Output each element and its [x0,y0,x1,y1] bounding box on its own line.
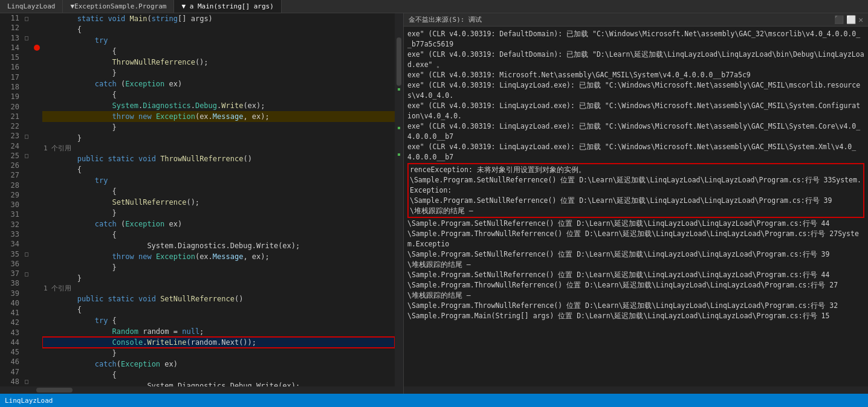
code-line: { [42,186,395,197]
code-line: } [42,68,395,79]
code-line: try [42,35,395,46]
code-line: System.Diagnostics.Debug.Write(ex); [42,380,395,386]
tab-bar: LinqLayzLoad ▼ExceptionSample.Program ▼ … [0,0,868,13]
scroll-thumb[interactable] [397,37,401,86]
code-line: System.Diagnostics.Debug.Write(ex); [42,240,395,251]
code-line: catch (Exception ex) [42,219,395,229]
output-btn2[interactable]: ⬜ [846,15,856,24]
code-line: catch(Exception ex) [42,359,395,370]
code-line: } [42,262,395,273]
output-line: \堆栈跟踪的结尾 — [407,260,864,270]
tab-main[interactable]: ▼ a Main(string[] args) [174,0,281,13]
output-header: 金不益出来源(S): 调试 ⬛ ⬜ ✕ [404,13,868,27]
code-line: { [42,46,395,57]
output-line: \Sample.Program.ThrowNullReferrence() 位置… [407,301,864,311]
output-line: exe" (CLR v4.0.30319: LinqLayzLoad.exe):… [407,101,864,121]
output-line: renceException: 未将对象引用设置到对象的实例。 [410,165,862,175]
output-line: \Sample.Program.ThrowNullReferrence() 位置… [407,229,864,249]
output-line: \Sample.Program.Main(String[] args) 位置 D… [407,311,864,321]
code-line: { [42,24,395,35]
error-output-box: renceException: 未将对象引用设置到对象的实例。\Sample.P… [407,163,864,218]
output-line: exe" (CLR v4.0.30319: Microsoft.Net\asse… [407,70,864,80]
tab-linqlayzload[interactable]: LinqLayzLoad [0,0,63,13]
code-line: public static void ThrowNullReferrence() [42,153,395,164]
code-line: } [42,133,395,144]
output-line: \堆栈跟踪的结尾 — [407,290,864,301]
output-line: exe" (CLR v4.0.30319: LinqLayzLoad.exe):… [407,80,864,101]
code-line: SetNullReferrence(); [42,197,395,208]
code-line: } [42,273,395,284]
code-line: System.Diagnostics.Debug.Write(ex); [42,100,395,111]
output-panel: 金不益出来源(S): 调试 ⬛ ⬜ ✕ exe" (CLR v4.0.30319… [404,13,868,394]
output-hscroll[interactable] [404,386,868,394]
code-content: static void Main(string[] args) { try { … [42,13,395,386]
output-line: \Sample.Program.SetNullReferrence() 位置 D… [407,249,864,260]
code-line: throw new Exception(ex.Message, ex); [42,251,395,262]
output-line: \Sample.Program.SetNullReferrence() 位置 D… [410,196,862,206]
code-line: { [42,304,395,315]
code-line: } [42,122,395,133]
code-line: catch (Exception ex) [42,79,395,89]
code-line: { [42,229,395,240]
output-line: exe" (CLR v4.0.30319: DefaultDomain): 已加… [407,50,864,70]
output-content[interactable]: exe" (CLR v4.0.30319: DefaultDomain): 已加… [404,27,868,386]
code-line: ThrowNullReferrence(); [42,57,395,68]
horizontal-scrollbar[interactable] [0,386,403,394]
code-line: throw new Exception(ex.Message, ex); [42,111,395,122]
ref-count-label: 1 个引用 [42,284,395,293]
output-btn1[interactable]: ⬛ [834,15,844,24]
code-line: } [42,208,395,219]
output-title: 金不益出来源(S): 调试 [409,15,482,24]
output-line: \堆栈跟踪的结尾 — [410,206,862,216]
code-editor: 11□1213□14151617181920212223□2425□262728… [0,13,404,394]
code-line: try { [42,315,395,326]
output-line: \Sample.Program.SetNullReferrence() 位置 D… [407,270,864,280]
vertical-scrollbar[interactable] [395,13,403,386]
code-line: { [42,370,395,380]
code-line: Console.WriteLine(random.Next()); [42,337,395,348]
status-text: LinqLayzLoad [5,397,53,405]
code-line: try [42,175,395,186]
output-btn3[interactable]: ✕ [858,15,863,24]
output-line: \Sample.Program.SetNullReferrence() 位置 D… [407,219,864,229]
app-container: LinqLayzLoad ▼ExceptionSample.Program ▼ … [0,0,868,407]
code-scroll-area[interactable]: 11□1213□14151617181920212223□2425□262728… [0,13,403,386]
code-line: Random random = null; [42,326,395,337]
main-area: 11□1213□14151617181920212223□2425□262728… [0,13,868,394]
code-line: static void Main(string[] args) [42,13,395,24]
line-gutter: 11□1213□14151617181920212223□2425□262728… [0,13,42,386]
code-line: public static void SetNullReferrence() [42,293,395,304]
output-line: exe" (CLR v4.0.30319: LinqLayzLoad.exe):… [407,142,864,162]
output-line: \Sample.Program.ThrowNullReferrence() 位置… [407,280,864,290]
output-line: exe" (CLR v4.0.30319: DefaultDomain): 已加… [407,29,864,50]
output-line: exe" (CLR v4.0.30319: LinqLayzLoad.exe):… [407,121,864,142]
code-line: } [42,348,395,359]
code-line: { [42,164,395,175]
tab-exceptionsample[interactable]: ▼ExceptionSample.Program [63,0,174,13]
status-bar: LinqLayzLoad [0,394,868,407]
output-line: \Sample.Program.SetNullReferrence() 位置 D… [410,175,862,196]
code-line: { [42,89,395,100]
ref-count-label: 1 个引用 [42,144,395,153]
